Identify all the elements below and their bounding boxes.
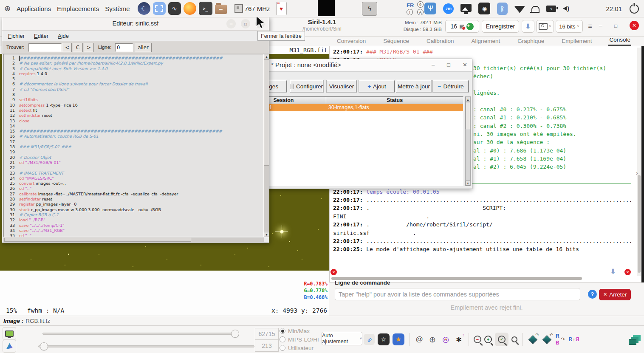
editor-line[interactable]: 5 [4,76,263,82]
cpu-freq-icon[interactable] [234,4,243,13]
save-button[interactable]: Enregistrer [482,20,519,33]
window-list-icon[interactable]: ϟ [362,2,377,16]
mirror-icon[interactable]: R↑Я [568,334,580,345]
goto-line-button[interactable]: aller [135,43,152,52]
low-threshold-input[interactable] [255,340,279,352]
star-outline-icon[interactable]: ☆ [378,333,390,345]
high-threshold-input[interactable] [255,328,279,340]
display-tray-icon[interactable] [460,4,472,12]
project-button-mettre-a-jour[interactable]: Mettre à jour [396,80,431,92]
hamburger-menu-icon[interactable]: ≡ [585,20,596,33]
volume-icon[interactable]: ) [563,5,569,12]
project-button-visualiser[interactable]: Visualiser [327,80,356,92]
clear-log-icon[interactable]: ✕ [624,269,631,275]
link-icon[interactable]: ∞ [364,334,375,345]
sequence-counter[interactable]: 16 ▤ + [445,20,479,33]
project-minimize-button[interactable]: – [432,62,435,68]
stop-button[interactable]: ✕ Arrêter [599,289,631,300]
menu-applications[interactable]: Applications [17,5,51,12]
power-icon[interactable] [630,4,639,14]
zoom-app-icon[interactable]: zm [443,3,454,14]
editor-line[interactable]: 34save "../../../M31_RGB" [4,228,263,233]
console-vertical-scrollbar[interactable] [637,48,641,276]
terminal-icon[interactable]: >_ [199,2,212,15]
zoom-fit-icon[interactable]: ✓ [495,333,508,346]
system-monitor-icon[interactable]: ∿ [168,2,181,15]
export-log-icon[interactable]: ⇩ [610,268,616,275]
radio-circle[interactable] [280,336,285,342]
add-sequence-icon[interactable]: + [466,23,474,30]
scrollbar-thumb[interactable] [4,238,191,242]
tab-conversion[interactable]: Conversion [336,38,367,46]
editor-line[interactable]: 1#######################################… [4,56,263,61]
editor-line[interactable]: 29register pp_images -layer=0 [4,202,263,207]
editor-line[interactable]: 3# Compatibilité avec Siril: Version >= … [4,66,263,71]
scroll-up-icon[interactable]: ▲ [466,97,470,102]
editor-line[interactable]: 23# IMAGE TRAITEMENT [4,171,263,176]
editor-line[interactable]: 17 [4,139,263,144]
high-threshold-slider[interactable] [42,333,235,335]
project-scrollbar[interactable]: ▲ ▼ [465,96,471,186]
radio-min-max[interactable]: Min/Max [280,327,319,335]
gamut-button[interactable] [3,340,16,353]
zoom-100-icon[interactable] [511,336,517,342]
applications-menu-icon[interactable]: ⊛ [4,4,11,13]
editor-menu-aide[interactable]: Aide [58,33,69,39]
editor-vertical-scrollbar[interactable]: ▲ ▼ [264,54,269,237]
star-filled-icon[interactable]: ★ [393,333,404,345]
radio-circle[interactable] [280,328,285,334]
find-next-button[interactable]: > [84,43,94,52]
editor-line[interactable]: 30stack r_pp_images mean w 3.000 3.000 -… [4,207,263,212]
zoom-out-icon[interactable]: − [474,336,481,343]
battery-icon[interactable]: ϟ [546,6,556,12]
project-button-detruire[interactable]: −Détruire [433,80,469,92]
zoom-in-icon[interactable]: + [484,336,492,343]
tab-console[interactable]: Console [608,37,631,46]
tab-sequence[interactable]: Séquence [382,38,410,46]
editor-line[interactable]: 20# Dossier Objet [4,155,263,160]
radio-circle[interactable] [280,345,285,351]
editor-line[interactable]: 15######################################… [4,129,263,134]
bluetooth-icon[interactable]: ᛒ [497,3,508,15]
find-input[interactable] [28,43,62,52]
siril-maximize-button[interactable]: □ [614,23,617,29]
background-black-window[interactable] [318,0,335,16]
astrometry-icon[interactable]: ∗↑ [454,334,464,345]
concentric-circles-icon[interactable]: ◎ [441,334,451,345]
editor-line[interactable]: 22 [4,165,263,170]
layers-images-icon[interactable] [628,332,642,347]
globe-icon[interactable]: ⊕ [427,334,438,345]
project-close-button[interactable]: ✕ [463,62,467,68]
find-case-button[interactable]: C [73,43,83,52]
file-manager-icon[interactable]: − [215,5,227,14]
project-button-configurer[interactable]: Configurer [290,80,323,92]
editor-line[interactable]: 6# décommentez la ligne suivante pour fo… [4,82,263,87]
radio-mips-lo-hi[interactable]: MIPS-LO/HI [280,335,319,344]
auto-stretch-dropdown[interactable]: Auto ajustement ˅ [322,332,362,345]
editor-line[interactable]: 16# Automatisation: couche RGB de S-01 [4,134,263,139]
project-titlebar[interactable]: * Projet : none <modifié> – □ ✕ [238,59,472,72]
high-threshold-slider-thumb[interactable] [231,330,239,338]
snapshot-button[interactable]: ˅ [536,20,554,33]
project-maximize-button[interactable]: □ [447,62,450,68]
editor-line[interactable]: 25convert images -out=.. [4,181,263,186]
editor-menu-fichier[interactable]: Fichier [8,33,25,39]
editor-line[interactable]: 31# Copier RGB à C-1 [4,212,263,217]
menu-emplacements[interactable]: Emplacements [57,5,99,12]
editor-text-area[interactable]: 1#######################################… [3,54,264,237]
tab-graphique[interactable]: Graphique [517,38,545,46]
low-threshold-slider[interactable] [38,345,254,347]
editor-line[interactable]: 8 [4,92,263,97]
nvidia-icon[interactable]: ◉ [478,3,490,14]
editor-line[interactable]: 7# cd "/home/robert/Siril" [4,87,263,92]
panel-expander-icon[interactable]: › [636,169,638,176]
editor-line[interactable]: 26cd ".." [4,186,263,191]
scroll-down-icon[interactable]: ▼ [264,232,269,237]
project-button-ajout[interactable]: +Ajout [359,80,395,92]
tab-empilement[interactable]: Empilement [561,38,593,46]
help-icon[interactable]: ? [588,290,597,299]
editor-line[interactable]: 9set16bits [4,97,263,102]
editor-line[interactable]: 35cd ".." [4,233,263,237]
save-as-button[interactable]: ⇩ [522,20,534,33]
editor-line[interactable]: 24cd "IMAGES/SRC" [4,176,263,181]
